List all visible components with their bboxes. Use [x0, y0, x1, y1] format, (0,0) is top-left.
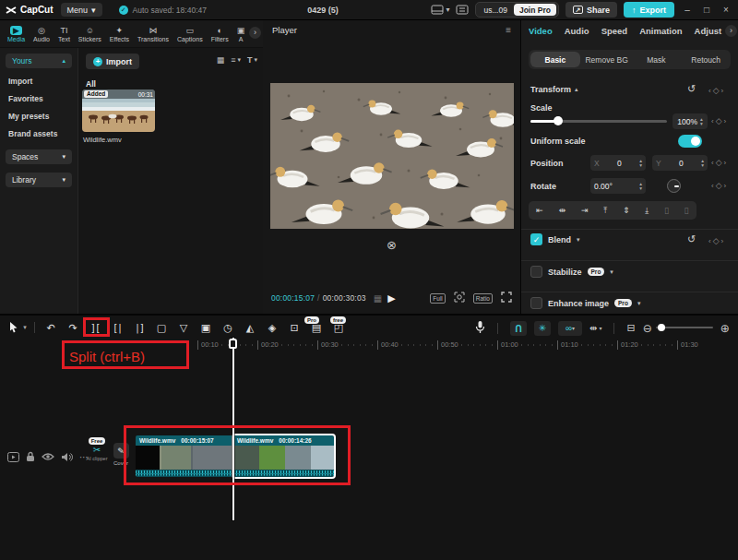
- chevron-down-icon[interactable]: ▾: [577, 236, 580, 244]
- stepper-down-icon[interactable]: ▾: [701, 163, 704, 168]
- player-menu-icon[interactable]: ≡: [506, 25, 511, 35]
- y-stepper[interactable]: ▴▾: [701, 159, 704, 167]
- share-button[interactable]: ↗ Share: [565, 2, 617, 18]
- stabilize-checkbox[interactable]: [530, 266, 542, 278]
- tab-captions[interactable]: ▭Captions: [177, 26, 203, 42]
- x-stepper[interactable]: ▴▾: [639, 159, 642, 167]
- chevron-down-icon[interactable]: ▾: [610, 268, 613, 276]
- video-preview[interactable]: [270, 83, 514, 229]
- sort-button[interactable]: ≡▾: [231, 55, 241, 65]
- restore-button[interactable]: □: [700, 5, 713, 15]
- keyframe-icon[interactable]: ◇: [716, 181, 722, 190]
- transform-section-header[interactable]: Transform ▴: [530, 85, 578, 94]
- tab-text[interactable]: TIText: [58, 26, 70, 42]
- subtab-retouch[interactable]: Retouch: [681, 50, 731, 69]
- scale-slider-thumb[interactable]: [554, 116, 563, 125]
- keyframe-icon[interactable]: ◇: [713, 86, 720, 95]
- select-tool-button[interactable]: [6, 321, 20, 335]
- keyframe-next-icon[interactable]: ›: [724, 159, 727, 167]
- keyframe-prev-icon[interactable]: ‹: [708, 87, 711, 95]
- keyframe-next-icon[interactable]: ›: [721, 237, 724, 245]
- position-y-field[interactable]: Y 0 ▴▾: [652, 155, 708, 171]
- sidebar-item-import[interactable]: Import: [0, 68, 77, 86]
- keyframe-prev-icon[interactable]: ‹: [711, 182, 714, 190]
- align-top-icon[interactable]: ⤒: [603, 206, 607, 216]
- minimize-button[interactable]: –: [681, 5, 694, 15]
- timeline-zoom-out-button[interactable]: ⊖: [643, 322, 652, 335]
- crop-tool-button[interactable]: ⊡: [283, 322, 305, 334]
- keyframe-icon[interactable]: ◇: [716, 158, 722, 167]
- keyframe-next-icon[interactable]: ›: [724, 117, 727, 125]
- subtab-mask[interactable]: Mask: [632, 50, 682, 69]
- blend-keyframe-control[interactable]: ‹◇›: [708, 236, 723, 245]
- menu-button[interactable]: Menu ▾: [61, 3, 102, 17]
- filter-all-label[interactable]: All: [86, 79, 96, 89]
- ratio-button[interactable]: Ratio: [473, 293, 493, 304]
- subtab-remove-bg[interactable]: Remove BG: [582, 50, 632, 69]
- full-quality-button[interactable]: Full: [430, 293, 445, 304]
- trim-right-button[interactable]: |]: [128, 323, 150, 333]
- keyframe-prev-icon[interactable]: ‹: [711, 117, 714, 125]
- sidebar-item-favorites[interactable]: Favorites: [0, 86, 77, 103]
- ai-clipper-button[interactable]: Free ✂ AI clipper: [85, 437, 109, 461]
- zoom-slider-thumb[interactable]: [658, 324, 665, 331]
- stepper-down-icon[interactable]: ▾: [700, 122, 703, 126]
- position-keyframe-control[interactable]: ‹◇›: [711, 158, 726, 167]
- rotate-dial[interactable]: [667, 179, 681, 193]
- keyframe-icon[interactable]: ◇: [716, 116, 722, 125]
- account-label[interactable]: us...09: [483, 6, 507, 15]
- grid-view-icon[interactable]: ▦: [217, 55, 225, 65]
- scale-stepper[interactable]: ▴▾: [700, 117, 703, 125]
- rotate-keyframe-control[interactable]: ‹◇›: [711, 181, 726, 190]
- redo-button[interactable]: ↷: [62, 322, 84, 334]
- auto-arrange-button[interactable]: ✳: [534, 321, 551, 336]
- filter-button[interactable]: T▾: [247, 55, 257, 65]
- join-pro-button[interactable]: Join Pro: [514, 4, 556, 16]
- select-tool-chevron[interactable]: ▾: [20, 324, 30, 331]
- timeline-zoom-in-button[interactable]: ⊕: [720, 322, 730, 335]
- delete-button[interactable]: ▢: [150, 322, 173, 334]
- keyframe-next-icon[interactable]: ›: [724, 182, 727, 190]
- tab-media[interactable]: ▶Media: [7, 26, 25, 42]
- sidebar-item-library[interactable]: Library ▾: [6, 173, 72, 187]
- rotate-stepper[interactable]: ▴▾: [639, 182, 642, 190]
- keyframe-next-icon[interactable]: ›: [721, 87, 724, 95]
- subtab-basic[interactable]: Basic: [530, 52, 580, 67]
- sidebar-item-yours[interactable]: Yours ▴: [6, 54, 72, 68]
- transform-keyframe-control[interactable]: ‹◇›: [708, 86, 723, 95]
- frames-view-icon[interactable]: ▦: [374, 293, 382, 304]
- speaker-icon[interactable]: [61, 452, 73, 462]
- tab-audio[interactable]: ◎Audio: [33, 26, 50, 42]
- link-preview-button[interactable]: ∞▾: [558, 321, 582, 336]
- scale-value-field[interactable]: 100% ▴▾: [673, 113, 708, 129]
- blend-reset-button[interactable]: ↺: [687, 233, 696, 245]
- tab-audio[interactable]: Audio: [565, 26, 589, 36]
- magnet-snap-button[interactable]: U: [510, 321, 527, 336]
- transform-reset-button[interactable]: ↺: [687, 83, 696, 95]
- rotate-field[interactable]: 0.00° ▴▾: [590, 178, 646, 194]
- voiceover-button[interactable]: [475, 320, 485, 336]
- tab-filters[interactable]: ◐Filters: [211, 26, 229, 42]
- tab-animation[interactable]: Animation: [639, 26, 682, 36]
- keyframe-prev-icon[interactable]: ‹: [711, 159, 714, 167]
- export-button[interactable]: ↑ Export: [624, 2, 674, 18]
- tabs-scroll-right-button[interactable]: ›: [725, 25, 737, 37]
- align-center-vertical-icon[interactable]: ⇕: [623, 206, 630, 215]
- media-clip-thumbnail[interactable]: Added 00:31: [82, 89, 155, 132]
- zoom-level-button[interactable]: [454, 292, 465, 304]
- import-button[interactable]: + Import: [86, 54, 139, 69]
- mirror-tool-button[interactable]: ◭: [239, 322, 261, 334]
- play-button[interactable]: ▶: [387, 292, 395, 304]
- layout-switch-button[interactable]: ▾: [431, 5, 449, 15]
- uniform-scale-toggle[interactable]: [678, 135, 702, 148]
- tab-adjust-partial[interactable]: ▣A: [237, 26, 245, 42]
- sidebar-item-spaces[interactable]: Spaces ▾: [6, 149, 72, 164]
- eye-icon[interactable]: [42, 452, 54, 461]
- stepper-down-icon[interactable]: ▾: [639, 186, 642, 191]
- nav-scroll-right-button[interactable]: ›: [249, 27, 261, 39]
- mask-tool-button[interactable]: ▽: [173, 322, 195, 334]
- sidebar-item-brand-assets[interactable]: Brand assets: [0, 121, 77, 138]
- panel-layout-button[interactable]: [456, 5, 469, 15]
- speed-tool-button[interactable]: ◷: [217, 322, 239, 334]
- chevron-down-icon[interactable]: ▾: [637, 300, 641, 307]
